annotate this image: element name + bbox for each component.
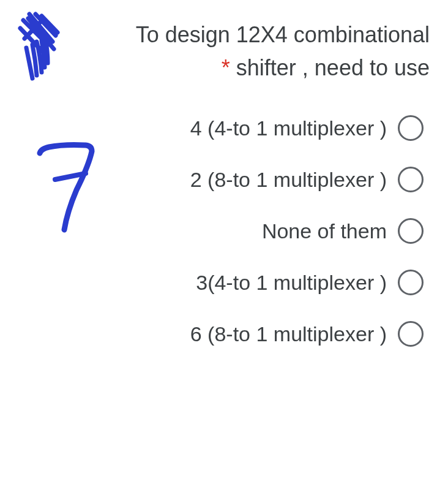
option-row[interactable]: 6 (8-to 1 multiplexer ) <box>18 321 424 347</box>
radio-button-icon[interactable] <box>398 321 424 347</box>
option-row[interactable]: 2 (8-to 1 multiplexer ) <box>18 167 424 192</box>
options-group: 4 (4-to 1 multiplexer ) 2 (8-to 1 multip… <box>18 115 430 347</box>
option-label: 6 (8-to 1 multiplexer ) <box>190 322 387 346</box>
option-row[interactable]: 4 (4-to 1 multiplexer ) <box>18 115 424 141</box>
radio-button-icon[interactable] <box>398 218 424 244</box>
question-line-2-text: shifter , need to use <box>230 55 430 80</box>
option-label: 3(4-to 1 multiplexer ) <box>196 271 387 295</box>
question-line-1: To design 12X4 combinational <box>61 18 430 51</box>
option-label: 4 (4-to 1 multiplexer ) <box>190 116 387 140</box>
radio-button-icon[interactable] <box>398 270 424 295</box>
option-label: None of them <box>262 219 387 243</box>
option-label: 2 (8-to 1 multiplexer ) <box>190 168 387 192</box>
radio-button-icon[interactable] <box>398 115 424 141</box>
radio-button-icon[interactable] <box>398 167 424 192</box>
option-row[interactable]: None of them <box>18 218 424 244</box>
option-row[interactable]: 3(4-to 1 multiplexer ) <box>18 270 424 295</box>
question-text: To design 12X4 combinational * shifter ,… <box>18 18 430 85</box>
question-line-2: * shifter , need to use <box>61 51 430 85</box>
question-container: To design 12X4 combinational * shifter ,… <box>0 0 448 365</box>
required-asterisk: * <box>222 55 230 80</box>
